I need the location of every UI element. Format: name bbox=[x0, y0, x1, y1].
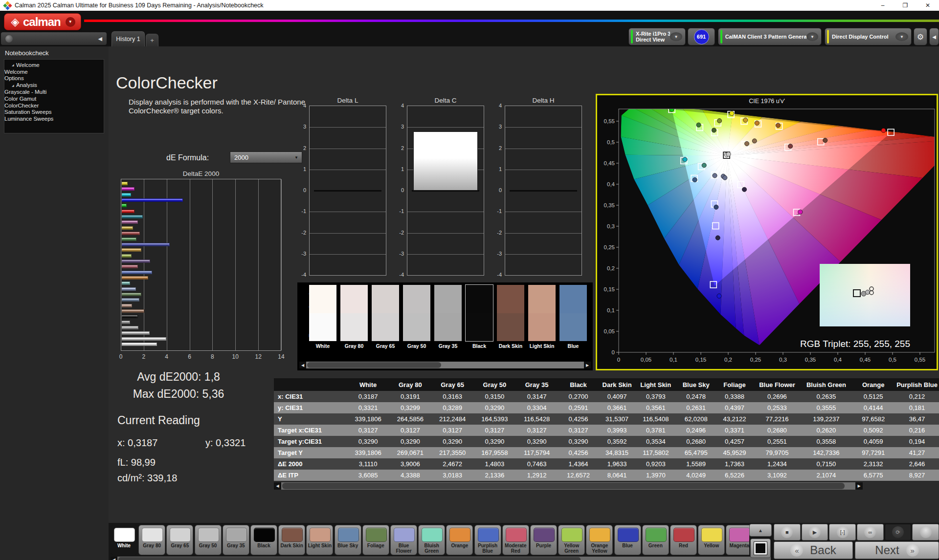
pattern-button-gray-65[interactable]: Gray 65 bbox=[166, 525, 193, 555]
pattern-chip bbox=[254, 528, 275, 542]
pattern-button-black[interactable]: Black bbox=[250, 525, 277, 555]
pattern-button-purplish-blue[interactable]: Purplish Blue bbox=[474, 525, 501, 555]
table-cell: 0,3290 bbox=[431, 436, 473, 447]
table-cell: 0,3371 bbox=[716, 425, 754, 436]
pattern-button-yellow[interactable]: Yellow bbox=[698, 525, 725, 555]
pattern-button-gray-50[interactable]: Gray 50 bbox=[195, 525, 222, 555]
pattern-label: Light Skin bbox=[307, 543, 333, 549]
calman-menu-button[interactable]: ◈ calman ▼ bbox=[4, 13, 81, 30]
pattern-button-bluish-green[interactable]: Bluish Green bbox=[418, 525, 445, 555]
sidebar-item-luminance-sweeps[interactable]: Luminance Sweeps bbox=[4, 115, 104, 122]
pattern-button-white[interactable]: White bbox=[111, 525, 137, 555]
y-tick-label: -1 bbox=[389, 208, 404, 214]
pattern-window-expand-button[interactable]: ▲ bbox=[749, 524, 772, 537]
back-button[interactable]: « Back bbox=[774, 541, 853, 559]
pattern-button-orange[interactable]: Orange bbox=[446, 525, 473, 555]
sidebar-item-welcome[interactable]: Welcome bbox=[4, 68, 104, 75]
pattern-button-blue[interactable]: Blue bbox=[614, 525, 641, 555]
pattern-button-moderate-red[interactable]: Moderate Red bbox=[502, 525, 529, 555]
y-tick-label: -4 bbox=[389, 272, 404, 278]
loop-button[interactable]: ∞ bbox=[857, 524, 884, 540]
table-cell: 0,2631 bbox=[676, 402, 716, 413]
pattern-button-blue-sky[interactable]: Blue Sky bbox=[335, 525, 361, 555]
scroll-right-icon[interactable]: ▶ bbox=[855, 482, 863, 490]
scrollbar-thumb[interactable] bbox=[118, 557, 581, 560]
window-title: Calman 2025 Calman Ultimate for Business… bbox=[15, 2, 264, 9]
marker-button[interactable]: [-] bbox=[829, 524, 856, 540]
pattern-button-foliage[interactable]: Foliage bbox=[362, 525, 389, 555]
actual-swatch bbox=[340, 285, 368, 313]
sidebar-item-color-gamut[interactable]: Color Gamut bbox=[4, 95, 104, 102]
scroll-left-icon[interactable]: ◀ bbox=[274, 482, 281, 490]
de-formula-select[interactable]: 2000 ▼ bbox=[230, 151, 302, 163]
pattern-button-purple[interactable]: Purple bbox=[530, 525, 557, 555]
actual-swatch bbox=[309, 285, 336, 313]
table-cell: 3,9006 bbox=[389, 458, 431, 470]
swatch-label: White bbox=[309, 343, 336, 349]
pattern-button-yellow-green[interactable]: Yellow Green bbox=[558, 525, 585, 555]
scrollbar-thumb[interactable] bbox=[307, 362, 441, 368]
table-cell: 0,3290 bbox=[347, 436, 389, 447]
pattern-window-button[interactable] bbox=[750, 538, 771, 558]
pattern-strip-scrollbar[interactable]: ◀ bbox=[111, 557, 771, 560]
pattern-button-orange-yellow[interactable]: Orange Yellow bbox=[586, 525, 613, 555]
chevron-down-icon[interactable]: ▼ bbox=[895, 32, 908, 41]
tree-expanded-icon[interactable]: ◢ bbox=[12, 63, 16, 66]
table-scrollbar[interactable]: ◀ ▶ bbox=[274, 482, 863, 490]
svg-text:0,2: 0,2 bbox=[724, 357, 732, 363]
workflow-tree: ◢WelcomeWelcomeOptions◢AnalysisGrayscale… bbox=[4, 59, 104, 133]
toolbar-collapse-button[interactable]: ◀ bbox=[929, 28, 939, 45]
chevron-down-icon[interactable]: ▼ bbox=[66, 17, 75, 27]
y-tick-label: 1 bbox=[487, 166, 502, 172]
scroll-right-icon[interactable]: ▶ bbox=[584, 362, 591, 368]
pattern-button-gray-80[interactable]: Gray 80 bbox=[138, 525, 165, 555]
pattern-chip bbox=[114, 528, 135, 542]
sidebar-collapse-icon[interactable]: ◀ bbox=[98, 36, 102, 42]
pattern-button-red[interactable]: Red bbox=[670, 525, 697, 555]
pattern-button-blue-flower[interactable]: Blue Flower bbox=[390, 525, 417, 555]
deltae-bar-blue bbox=[122, 243, 170, 246]
tree-group-analysis[interactable]: ◢Analysis bbox=[4, 82, 104, 88]
pattern-button-magenta[interactable]: Magenta bbox=[726, 525, 749, 555]
pattern-button-gray-35[interactable]: Gray 35 bbox=[223, 525, 249, 555]
record-dot-button[interactable] bbox=[5, 35, 13, 43]
sidebar-item-colorchecker[interactable]: ColorChecker bbox=[4, 102, 104, 109]
pattern-button-green[interactable]: Green bbox=[642, 525, 669, 555]
sidebar-item-saturation-sweeps[interactable]: Saturation Sweeps bbox=[4, 109, 104, 116]
play-button[interactable]: ▶ bbox=[802, 524, 828, 540]
tab-history-1[interactable]: History 1 bbox=[112, 31, 145, 46]
meter-dropdown[interactable]: X-Rite i1Pro 3 Direct View ▼ bbox=[628, 28, 686, 45]
blank-button[interactable] bbox=[912, 524, 939, 540]
scrollbar-thumb[interactable] bbox=[282, 483, 845, 489]
refresh-button[interactable]: ⟳ bbox=[885, 524, 912, 540]
table-row-label: Target Y bbox=[274, 447, 347, 458]
pattern-generator-dropdown[interactable]: CalMAN Client 3 Pattern Generator ▼ bbox=[718, 28, 822, 45]
stop-button[interactable]: ■ bbox=[774, 524, 801, 540]
settings-button[interactable]: ⚙ bbox=[914, 28, 927, 45]
scroll-left-icon[interactable]: ◀ bbox=[111, 557, 117, 560]
table-cell: 0,7150 bbox=[801, 458, 852, 470]
minimize-icon[interactable]: – bbox=[872, 0, 894, 11]
tree-group-welcome[interactable]: ◢Welcome bbox=[4, 62, 104, 68]
display-control-dropdown[interactable]: Direct Display Control ▼ bbox=[825, 28, 912, 45]
close-icon[interactable]: ✕ bbox=[917, 0, 939, 11]
swatch-compare-scrollbar[interactable]: ◀ ▶ bbox=[299, 362, 591, 368]
table-cell: 0,3993 bbox=[599, 425, 635, 436]
tree-expanded-icon[interactable]: ◢ bbox=[12, 84, 16, 87]
chevron-down-icon[interactable]: ▼ bbox=[806, 32, 818, 41]
delta-l-chart bbox=[309, 106, 386, 276]
deltae-bar-blue-100- bbox=[122, 198, 183, 202]
swatch-label: Gray 80 bbox=[340, 343, 368, 349]
pattern-button-dark-skin[interactable]: Dark Skin bbox=[278, 525, 305, 555]
chevron-down-icon[interactable]: ▼ bbox=[670, 32, 682, 41]
scroll-left-icon[interactable]: ◀ bbox=[299, 362, 306, 368]
deltae-bar-light-skin bbox=[122, 304, 132, 307]
restore-icon[interactable]: ❐ bbox=[894, 0, 917, 11]
pattern-label: Purple bbox=[531, 543, 557, 549]
sidebar-item-options[interactable]: Options bbox=[4, 75, 104, 82]
next-button[interactable]: Next » bbox=[855, 541, 939, 559]
pattern-button-light-skin[interactable]: Light Skin bbox=[306, 525, 333, 555]
add-tab-button[interactable]: + bbox=[146, 34, 158, 46]
sidebar-item-grayscale-multi[interactable]: Grayscale - Multi bbox=[4, 88, 104, 95]
svg-text:0,45: 0,45 bbox=[604, 160, 615, 166]
